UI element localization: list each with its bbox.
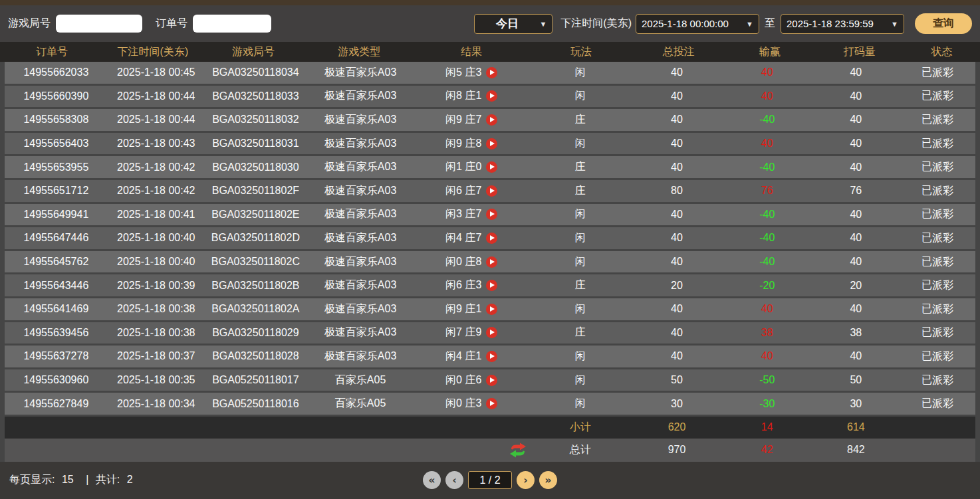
play-icon[interactable] xyxy=(486,256,497,268)
play-icon[interactable] xyxy=(486,375,497,386)
table-row: 149556372782025-1-18 00:37BGA03250118028… xyxy=(5,346,975,369)
play-icon[interactable] xyxy=(486,327,497,338)
cell-order: 14955651712 xyxy=(5,185,108,197)
cell-play: 闲 xyxy=(529,207,632,221)
play-icon[interactable] xyxy=(486,209,497,220)
cell-time: 2025-1-18 00:39 xyxy=(108,280,205,292)
cell-round: BGA0325011802D xyxy=(205,232,306,244)
cell-win: -40 xyxy=(722,256,812,268)
cell-win: 40 xyxy=(722,303,812,315)
subtotal-bet: 620 xyxy=(632,421,722,433)
play-icon[interactable] xyxy=(486,67,497,78)
cell-status: 已派彩 xyxy=(900,184,975,198)
total-count-label: 共计: xyxy=(96,474,120,485)
result-text: 闲8 庄1 xyxy=(445,89,481,103)
cell-order: 14955630960 xyxy=(5,374,108,386)
quick-range-select[interactable]: 今日 ▼ xyxy=(474,14,552,34)
game-round-input[interactable] xyxy=(56,15,142,33)
cell-result: 闲9 庄8 xyxy=(414,137,529,151)
table-row: 149556278492025-1-18 00:34BGA05250118016… xyxy=(5,393,975,417)
pagination: 1 / 2 xyxy=(423,471,557,489)
cell-order: 14955627849 xyxy=(5,398,108,410)
play-icon[interactable] xyxy=(486,90,497,102)
result-text: 闲4 庄1 xyxy=(445,349,481,363)
cell-win: -50 xyxy=(722,374,812,386)
cell-order: 14955656403 xyxy=(5,138,108,150)
cell-order: 14955639456 xyxy=(5,327,108,339)
cell-type: 百家乐A05 xyxy=(306,397,414,411)
cell-order: 14955658308 xyxy=(5,114,108,126)
total-label: 总计 xyxy=(529,443,632,457)
cell-result: 闲7 庄9 xyxy=(414,326,529,340)
query-button[interactable]: 查询 xyxy=(915,13,972,34)
cell-win: 76 xyxy=(722,185,812,197)
cell-round: BGA0325011802B xyxy=(205,280,306,292)
bet-time-label: 下注时间(美东) xyxy=(560,17,632,31)
end-time-select[interactable]: 2025-1-18 23:59:59 ▼ xyxy=(781,14,904,34)
cell-rolling: 40 xyxy=(812,90,900,102)
cell-type: 极速百家乐A03 xyxy=(306,113,414,127)
start-time-select[interactable]: 2025-1-18 00:00:00 ▼ xyxy=(636,14,759,34)
play-icon[interactable] xyxy=(486,161,497,173)
result-text: 闲7 庄9 xyxy=(445,326,481,340)
play-icon[interactable] xyxy=(486,114,497,126)
cell-win: 38 xyxy=(722,327,812,339)
cell-time: 2025-1-18 00:37 xyxy=(108,350,205,362)
next-page-button[interactable] xyxy=(517,471,535,489)
cell-win: -40 xyxy=(722,161,812,173)
cell-rolling: 40 xyxy=(812,138,900,150)
order-no-input[interactable] xyxy=(193,15,271,33)
cell-rolling: 40 xyxy=(812,232,900,244)
play-icon[interactable] xyxy=(486,280,497,291)
cell-order: 14955643446 xyxy=(5,280,108,292)
play-icon[interactable] xyxy=(486,398,497,409)
cell-rolling: 40 xyxy=(812,66,900,78)
cell-status: 已派彩 xyxy=(900,255,975,269)
cell-time: 2025-1-18 00:41 xyxy=(108,209,205,221)
table-header: 订单号下注时间(美东)游戏局号游戏类型结果玩法总投注输赢打码量状态 xyxy=(0,42,980,62)
cell-bet: 40 xyxy=(632,350,722,362)
play-icon[interactable] xyxy=(486,304,497,315)
end-time-value: 2025-1-18 23:59:59 xyxy=(787,18,874,29)
cell-play: 闲 xyxy=(529,231,632,245)
result-text: 闲0 庄3 xyxy=(445,397,481,411)
cell-status: 已派彩 xyxy=(900,373,975,387)
cell-result: 闲6 庄3 xyxy=(414,278,529,292)
table-row: 149556499412025-1-18 00:41BGA0325011802E… xyxy=(5,204,975,228)
cell-bet: 50 xyxy=(632,374,722,386)
cell-type: 百家乐A05 xyxy=(306,373,414,387)
table-row: 149556309602025-1-18 00:35BGA05250118017… xyxy=(5,369,975,393)
play-icon[interactable] xyxy=(486,351,497,362)
cell-bet: 20 xyxy=(632,280,722,292)
cell-play: 闲 xyxy=(529,255,632,269)
cell-rolling: 40 xyxy=(812,350,900,362)
result-text: 闲6 庄7 xyxy=(445,184,481,198)
refresh-swap-icon[interactable] xyxy=(509,443,527,458)
table-row: 149556434462025-1-18 00:39BGA0325011802B… xyxy=(5,274,975,298)
play-icon[interactable] xyxy=(486,138,497,150)
footer-bar: 每页显示: 15 | 共计: 2 1 / 2 xyxy=(0,462,980,499)
last-page-button[interactable] xyxy=(539,471,557,489)
result-text: 闲0 庄8 xyxy=(445,255,481,269)
cell-round: BGA03250118032 xyxy=(205,114,306,126)
cell-time: 2025-1-18 00:42 xyxy=(108,185,205,197)
prev-page-button[interactable] xyxy=(445,471,463,489)
divider: | xyxy=(86,474,88,485)
cell-time: 2025-1-18 00:44 xyxy=(108,114,205,126)
cell-time: 2025-1-18 00:38 xyxy=(108,327,205,339)
cell-type: 极速百家乐A03 xyxy=(306,326,414,340)
first-page-button[interactable] xyxy=(423,471,441,489)
cell-time: 2025-1-18 00:44 xyxy=(108,90,205,102)
cell-order: 14955647446 xyxy=(5,232,108,244)
result-text: 闲9 庄1 xyxy=(445,302,481,316)
play-icon[interactable] xyxy=(486,233,497,244)
cell-play: 闲 xyxy=(529,302,632,316)
cell-order: 14955649941 xyxy=(5,209,108,221)
column-header: 游戏类型 xyxy=(305,45,414,59)
play-icon[interactable] xyxy=(486,185,497,197)
subtotal-rolling: 614 xyxy=(812,421,900,433)
cell-rolling: 40 xyxy=(812,209,900,221)
cell-play: 闲 xyxy=(529,397,632,411)
cell-win: -40 xyxy=(722,114,812,126)
cell-time: 2025-1-18 00:38 xyxy=(108,303,205,315)
